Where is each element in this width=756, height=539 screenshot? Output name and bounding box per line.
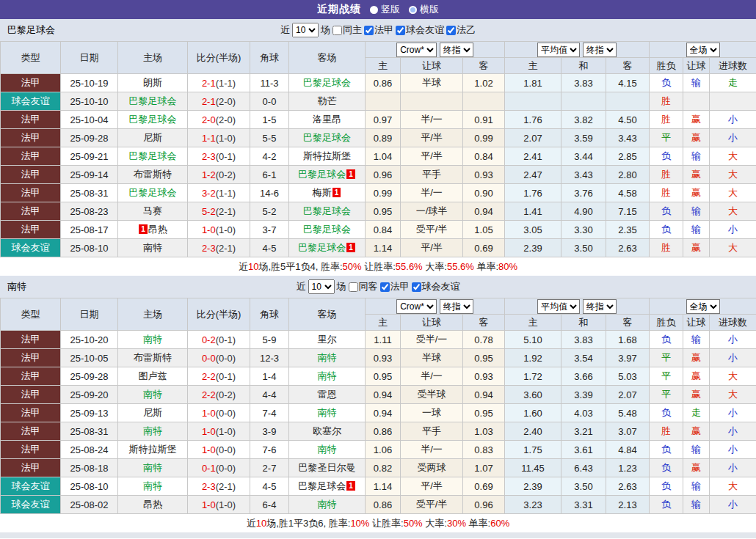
handicap-home-odds-cell: 0.93	[366, 349, 401, 367]
filter-option[interactable]: 球会友谊	[396, 23, 444, 37]
match-type-cell: 球会友谊	[1, 496, 61, 514]
recent-label: 近	[297, 280, 306, 293]
filter-option[interactable]: 同客	[349, 280, 378, 293]
layout-radio-vertical[interactable]: 竖版	[370, 3, 400, 16]
handicap-away-odds-cell: 0.94	[463, 202, 505, 221]
result-handicap-cell: 输	[683, 202, 710, 221]
half-score-text: (0-2)	[216, 389, 236, 400]
summary-text: 单率:	[466, 518, 490, 529]
filter-checkbox[interactable]	[380, 282, 390, 292]
away-team-cell: 巴黎足球会1	[289, 239, 366, 257]
filter-option[interactable]: 法乙	[446, 23, 476, 37]
summary-text: 让胜率:	[362, 261, 396, 272]
filter-option[interactable]: 法甲	[380, 280, 410, 293]
average-select[interactable]: 平均值	[537, 43, 580, 57]
handicap-odds-time-select[interactable]: 终指	[440, 299, 473, 314]
handicap-odds-time-select[interactable]: 终指	[440, 43, 473, 57]
scope-select[interactable]: 全场	[686, 299, 720, 314]
handicap-line-cell: 受半球	[401, 386, 463, 404]
recent-count-select[interactable]: 10	[292, 23, 319, 37]
away-team-cell: 南特	[289, 367, 366, 386]
team-name-text: 巴黎足球会	[303, 205, 351, 216]
filter-checkbox[interactable]	[412, 282, 421, 292]
full-score-text: 1-2	[202, 169, 216, 180]
corner-cell: 1-5	[250, 111, 289, 129]
away-team-cell: 斯特拉斯堡	[289, 147, 366, 166]
red-card-badge: 1	[346, 243, 355, 252]
bottom-strip	[0, 532, 756, 538]
summary-text: 10%	[350, 518, 369, 529]
result-winloss-cell: 负	[650, 459, 683, 477]
result-handicap-cell: 输	[683, 496, 710, 514]
filter-option[interactable]: 同主	[332, 23, 362, 37]
team-section-paris-fc: 巴黎足球会 近10场同主法甲球会友谊法乙 类型 日期 主场 比分(半场) 角球 …	[0, 19, 756, 276]
europe-draw-odds-cell: 3.83	[561, 331, 606, 349]
result-goals-cell: 大	[710, 166, 756, 184]
match-row: 法甲25-10-20南特0-2(0-1)5-9里尔1.11受半/一0.785.1…	[1, 331, 756, 349]
filter-checkbox-label: 球会友谊	[422, 280, 460, 293]
score-cell: 2-1(2-0)	[188, 92, 250, 111]
europe-away-odds-cell: 5.03	[606, 367, 650, 386]
filter-checkbox[interactable]	[396, 26, 405, 35]
summary-text: 50%	[343, 261, 362, 272]
europe-home-odds-cell: 1.76	[505, 111, 561, 129]
handicap-away-odds-cell: 0.90	[463, 184, 505, 202]
filter-checkbox[interactable]	[332, 26, 342, 35]
team-section-nantes: 南特 近10场同客法甲球会友谊 类型 日期 主场 比分(半场) 角球 客场 Cr…	[0, 276, 756, 532]
match-date-cell: 25-09-28	[61, 129, 118, 147]
result-goals-cell: 小	[710, 422, 756, 441]
handicap-home-odds-cell: 0.96	[366, 166, 401, 184]
match-type-cell: 法甲	[1, 111, 61, 129]
europe-draw-odds-cell: 3.21	[561, 422, 606, 441]
radio-unselected-icon	[409, 6, 417, 14]
average-select[interactable]: 平均值	[537, 299, 580, 314]
filter-checkbox[interactable]	[364, 26, 374, 35]
col-header-hdc-away: 客	[463, 58, 505, 74]
filter-option[interactable]: 法甲	[364, 23, 393, 37]
layout-radio-horizontal[interactable]: 横版	[409, 3, 439, 16]
half-score-text: (0-0)	[216, 353, 236, 364]
handicap-away-odds-cell: 0.93	[463, 367, 505, 386]
half-score-text: (0-0)	[216, 408, 236, 419]
team-name: 巴黎足球会	[7, 23, 55, 37]
handicap-line-cell: 一球	[401, 404, 463, 422]
col-header-eu-draw: 和	[561, 58, 606, 74]
match-date-cell: 25-08-18	[61, 459, 118, 477]
home-team-cell: 南特	[118, 477, 188, 496]
filter-checkbox[interactable]	[349, 282, 358, 292]
result-handicap-cell: 输	[683, 74, 710, 92]
table-header-dropdown-row: 类型 日期 主场 比分(半场) 角球 客场 Crow* 终指 平均值 终指 全场	[1, 298, 756, 315]
corner-cell: 7-6	[250, 441, 289, 459]
team-name-text: 布雷斯特	[134, 352, 172, 363]
full-score-text: 2-3	[202, 243, 216, 254]
europe-odds-time-select[interactable]: 终指	[583, 299, 617, 314]
europe-draw-odds-cell: 3.54	[561, 349, 606, 367]
summary-text: 场,胜5平1负4, 胜率:	[258, 261, 342, 272]
home-team-cell: 南特	[118, 239, 188, 257]
handicap-home-odds-cell: 0.95	[366, 202, 401, 221]
filter-checkbox[interactable]	[446, 26, 456, 35]
scope-select[interactable]: 全场	[686, 43, 720, 57]
result-goals-cell: 大	[710, 386, 756, 404]
result-handicap-cell: 赢	[683, 239, 710, 257]
half-score-text: (0-1)	[216, 334, 236, 345]
home-team-cell: 1昂热	[118, 221, 188, 239]
europe-odds-time-select[interactable]: 终指	[583, 43, 617, 57]
handicap-home-odds-cell: 0.82	[366, 459, 401, 477]
match-type-cell: 法甲	[1, 147, 61, 166]
col-header-handicap-result: 让球	[683, 315, 710, 331]
europe-draw-odds-cell: 3.83	[561, 74, 606, 92]
filter-option[interactable]: 球会友谊	[412, 280, 460, 293]
col-header-corner: 角球	[250, 42, 289, 74]
result-winloss-cell: 负	[650, 221, 683, 239]
corner-cell: 4-5	[250, 239, 289, 257]
col-header-home: 主场	[118, 298, 188, 331]
col-header-type: 类型	[1, 42, 61, 74]
result-winloss-cell: 负	[650, 331, 683, 349]
team-name-text: 巴黎足球会	[303, 77, 351, 88]
recent-count-select[interactable]: 10	[308, 279, 335, 294]
bookmaker-select[interactable]: Crow*	[396, 299, 437, 314]
half-score-text: (1-1)	[216, 78, 236, 89]
team-name-text: 里尔	[318, 334, 337, 345]
bookmaker-select[interactable]: Crow*	[396, 43, 437, 57]
